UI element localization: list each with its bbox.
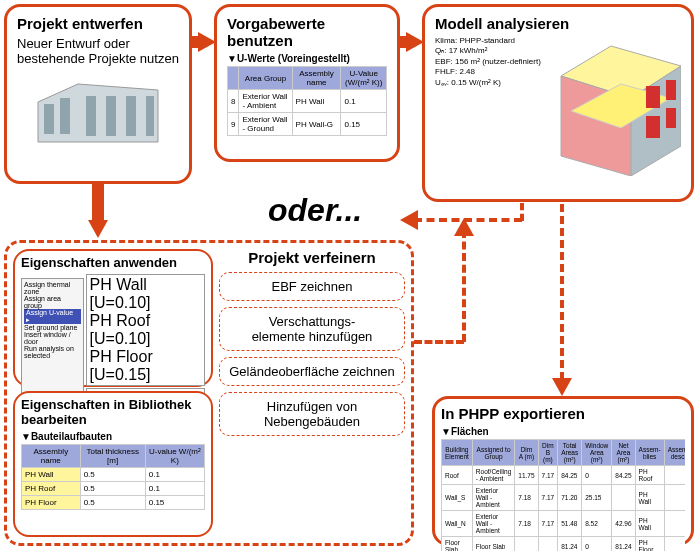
assemblies-table: Assembly nameTotal thickness [m]U-value … xyxy=(21,444,205,510)
box-export-phpp: In PHPP exportieren ▼Flächen Building El… xyxy=(432,396,694,546)
arrow-head xyxy=(552,378,572,396)
submenu-1: PH Wall [U=0.10]PH Roof [U=0.10]PH Floor… xyxy=(86,274,205,386)
box-edit-library: Eigenschaften in Bibliothek bearbeiten ▼… xyxy=(13,391,213,537)
arrow-head xyxy=(198,32,216,52)
refine-step: Geländeoberfläche zeichnen xyxy=(219,357,405,386)
arrow-head xyxy=(454,218,474,236)
title: Modell analysieren xyxy=(435,15,681,32)
box-apply-properties: Eigenschaften anwenden Assign thermal zo… xyxy=(13,249,213,387)
svg-marker-0 xyxy=(38,84,158,142)
svg-rect-1 xyxy=(86,96,96,136)
svg-rect-4 xyxy=(146,96,154,136)
title: Eigenschaften anwenden xyxy=(21,255,205,270)
dash xyxy=(462,230,466,342)
box-analyze-model: Modell analysieren Klima: PHPP-standardQ… xyxy=(422,4,694,202)
refine-step: Hinzufügen von Nebengebäuden xyxy=(219,392,405,436)
text: Neuer Entwurf oder bestehende Projekte n… xyxy=(17,36,179,66)
oder-label: oder... xyxy=(268,192,362,229)
box-design-project: Projekt entwerfen Neuer Entwurf oder bes… xyxy=(4,4,192,184)
title: Eigenschaften in Bibliothek bearbeiten xyxy=(21,397,205,427)
refine-step: Verschattungs-elemente hinzufügen xyxy=(219,307,405,351)
arrow-head xyxy=(406,32,424,52)
title: Vorgabewerte benutzen xyxy=(227,15,387,49)
svg-rect-13 xyxy=(666,80,676,100)
dash xyxy=(414,340,464,344)
uvalue-table: Area GroupAssembly nameU-Value (W/(m² K)… xyxy=(227,66,387,136)
model-3d-illustration xyxy=(551,36,681,176)
dash xyxy=(560,204,564,380)
svg-rect-14 xyxy=(666,108,676,128)
svg-rect-5 xyxy=(44,104,54,134)
refine-title: Projekt verfeinern xyxy=(219,249,405,266)
dash xyxy=(520,203,524,221)
model-metrics: Klima: PHPP-standardQₕ: 17 kWh/m²EBF: 15… xyxy=(435,36,545,176)
areas-table: Building ElementAssigned to GroupDim A (… xyxy=(441,439,685,551)
building-illustration xyxy=(28,72,168,150)
box-default-values: Vorgabewerte benutzen ▼U-Werte (Voreinge… xyxy=(214,4,400,162)
refine-step: EBF zeichnen xyxy=(219,272,405,301)
svg-rect-12 xyxy=(646,116,660,138)
caption: ▼U-Werte (Voreingestellt) xyxy=(227,53,387,64)
caption: ▼Bauteilaufbauten xyxy=(21,431,205,442)
arrow-head xyxy=(88,220,108,238)
svg-rect-11 xyxy=(646,86,660,108)
svg-rect-6 xyxy=(60,98,70,134)
svg-rect-3 xyxy=(126,96,136,136)
title: Projekt entwerfen xyxy=(17,15,179,32)
box-refine-project: Eigenschaften anwenden Assign thermal zo… xyxy=(4,240,414,546)
arrow-head xyxy=(400,210,418,230)
svg-rect-2 xyxy=(106,96,116,136)
arrow xyxy=(92,184,104,222)
title: In PHPP exportieren xyxy=(441,405,685,422)
caption: ▼Flächen xyxy=(441,426,685,437)
